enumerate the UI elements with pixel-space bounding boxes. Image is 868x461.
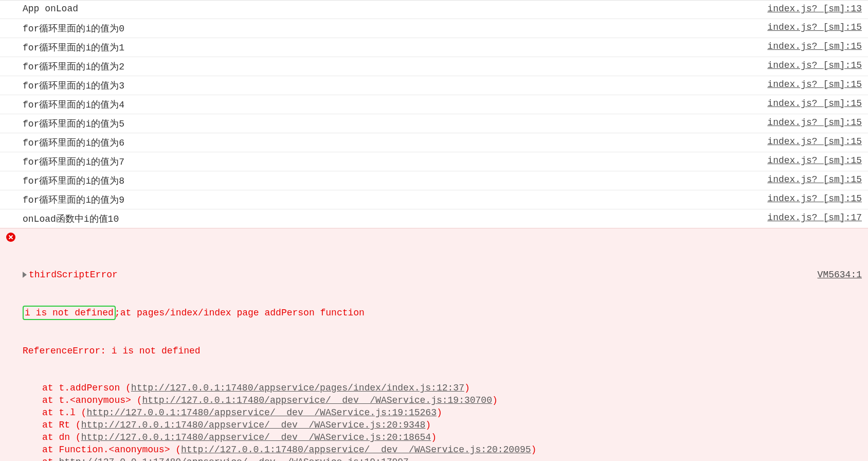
error-reference-line: ReferenceError: i is not defined [23, 345, 862, 357]
log-message: for循环里面的i的值为5 [23, 117, 124, 130]
log-row: onLoad函数中i的值10index.js? [sm]:17 [0, 209, 868, 228]
log-source-link[interactable]: index.js? [sm]:15 [767, 41, 862, 51]
stack-frame: at t.addPerson (http://127.0.0.1:17480/a… [42, 382, 862, 394]
log-message: for循环里面的i的值为8 [23, 174, 124, 187]
log-message: for循环里面的i的值为3 [23, 79, 124, 92]
stack-link[interactable]: http://127.0.0.1:17480/appservice/pages/… [131, 383, 464, 393]
error-highlight: i is not defined [23, 306, 116, 320]
log-source-link[interactable]: index.js? [sm]:15 [767, 155, 862, 166]
stack-suffix: ) [437, 407, 442, 418]
error-highlight-after: ;at pages/index/index page addPerson fun… [115, 308, 365, 318]
stack-frame: at t.<anonymous> (http://127.0.0.1:17480… [42, 394, 862, 406]
stack-suffix: ) [531, 445, 537, 455]
log-source-link[interactable]: index.js? [sm]:15 [767, 60, 862, 70]
log-source-link[interactable]: index.js? [sm]:17 [767, 212, 862, 223]
stack-link[interactable]: http://127.0.0.1:17480/appservice/__dev_… [86, 407, 437, 418]
stack-frame: at t.l (http://127.0.0.1:17480/appservic… [42, 406, 862, 419]
log-message: for循环里面的i的值为2 [23, 60, 124, 73]
stack-frame: at dn (http://127.0.0.1:17480/appservice… [42, 431, 862, 444]
log-row: App onLoadindex.js? [sm]:13 [0, 0, 868, 19]
log-row: for循环里面的i的值为6index.js? [sm]:15 [0, 133, 868, 152]
error-icon [6, 233, 15, 242]
stack-link[interactable]: http://127.0.0.1:17480/appservice/__dev_… [59, 457, 409, 461]
stack-suffix: ) [464, 383, 470, 393]
log-message: for循环里面的i的值为1 [23, 41, 124, 54]
log-message: App onLoad [23, 4, 78, 14]
stack-suffix: ) [425, 420, 431, 430]
log-row: for循环里面的i的值为2index.js? [sm]:15 [0, 57, 868, 76]
stack-prefix: at Function.<anonymous> ( [42, 445, 181, 455]
log-row: for循环里面的i的值为4index.js? [sm]:15 [0, 95, 868, 114]
stack-suffix: ) [431, 432, 437, 442]
stack-frame: at Rt (http://127.0.0.1:17480/appservice… [42, 419, 862, 431]
stack-link[interactable]: http://127.0.0.1:17480/appservice/__dev_… [181, 445, 531, 455]
log-source-link[interactable]: index.js? [sm]:15 [767, 79, 862, 90]
stack-frame: at http://127.0.0.1:17480/appservice/__d… [42, 456, 862, 461]
stack-link[interactable]: http://127.0.0.1:17480/appservice/__dev_… [81, 432, 431, 442]
log-message: for循环里面的i的值为9 [23, 193, 124, 206]
log-row: for循环里面的i的值为3index.js? [sm]:15 [0, 76, 868, 95]
log-source-link[interactable]: index.js? [sm]:15 [767, 98, 862, 109]
log-source-link[interactable]: index.js? [sm]:13 [767, 4, 862, 14]
stack-trace: at t.addPerson (http://127.0.0.1:17480/a… [23, 382, 862, 461]
log-list: App onLoadindex.js? [sm]:13for循环里面的i的值为0… [0, 0, 868, 228]
log-row: for循环里面的i的值为5index.js? [sm]:15 [0, 114, 868, 133]
error-title-line: thirdScriptError [23, 269, 118, 281]
log-row: for循环里面的i的值为9index.js? [sm]:15 [0, 190, 868, 209]
log-message: for循环里面的i的值为4 [23, 98, 124, 111]
stack-prefix: at t.addPerson ( [42, 383, 131, 393]
stack-prefix: at t.l ( [42, 407, 86, 418]
stack-link[interactable]: http://127.0.0.1:17480/appservice/__dev_… [142, 395, 492, 405]
log-source-link[interactable]: index.js? [sm]:15 [767, 174, 862, 185]
console-panel: App onLoadindex.js? [sm]:13for循环里面的i的值为0… [0, 0, 868, 461]
stack-prefix: at t.<anonymous> ( [42, 395, 142, 405]
log-row: for循环里面的i的值为1index.js? [sm]:15 [0, 38, 868, 57]
error-highlight-line: i is not defined;at pages/index/index pa… [23, 306, 862, 320]
error-title: thirdScriptError [29, 270, 118, 280]
log-message: for循环里面的i的值为7 [23, 155, 124, 168]
log-row: for循环里面的i的值为8index.js? [sm]:15 [0, 171, 868, 190]
log-message: for循环里面的i的值为6 [23, 136, 124, 149]
stack-link[interactable]: http://127.0.0.1:17480/appservice/__dev_… [81, 420, 426, 430]
stack-prefix: at dn ( [42, 432, 81, 442]
log-message: for循环里面的i的值为0 [23, 22, 124, 34]
stack-suffix: ) [492, 395, 498, 405]
log-source-link[interactable]: index.js? [sm]:15 [767, 117, 862, 128]
stack-prefix: at [42, 457, 59, 461]
log-source-link[interactable]: index.js? [sm]:15 [767, 136, 862, 147]
stack-prefix: at Rt ( [42, 420, 81, 430]
error-source-link[interactable]: VM5634:1 [818, 269, 862, 281]
log-message: onLoad函数中i的值10 [23, 212, 119, 225]
console-error: thirdScriptError VM5634:1 i is not defin… [0, 228, 868, 461]
log-source-link[interactable]: index.js? [sm]:15 [767, 22, 862, 32]
disclosure-triangle-icon[interactable] [23, 272, 27, 278]
stack-frame: at Function.<anonymous> (http://127.0.0.… [42, 444, 862, 456]
log-source-link[interactable]: index.js? [sm]:15 [767, 193, 862, 204]
log-row: for循环里面的i的值为0index.js? [sm]:15 [0, 19, 868, 38]
log-row: for循环里面的i的值为7index.js? [sm]:15 [0, 152, 868, 171]
